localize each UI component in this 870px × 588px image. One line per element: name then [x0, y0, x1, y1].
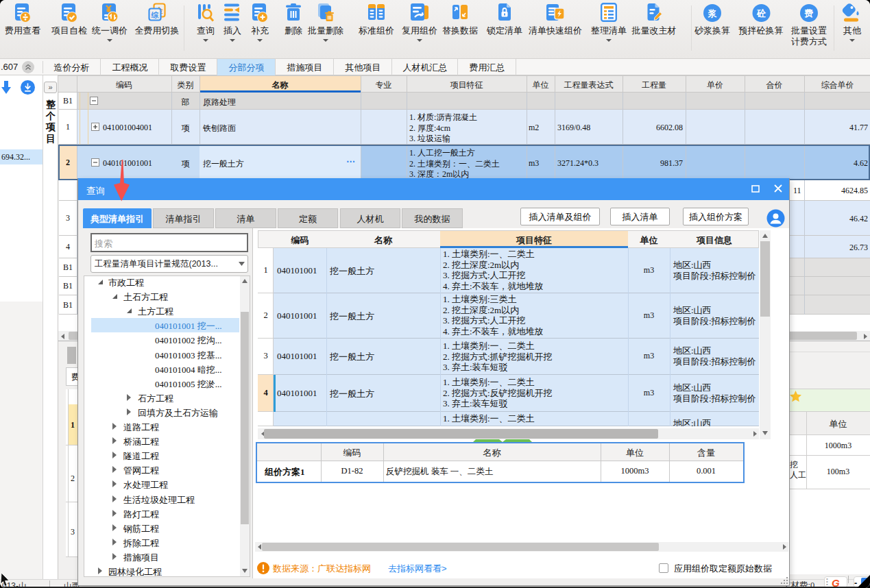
svg-text:综: 综 — [150, 11, 158, 19]
svg-text:砼: 砼 — [756, 8, 766, 19]
svg-text:浆: 浆 — [708, 8, 717, 19]
svg-text:费: 费 — [804, 8, 814, 19]
